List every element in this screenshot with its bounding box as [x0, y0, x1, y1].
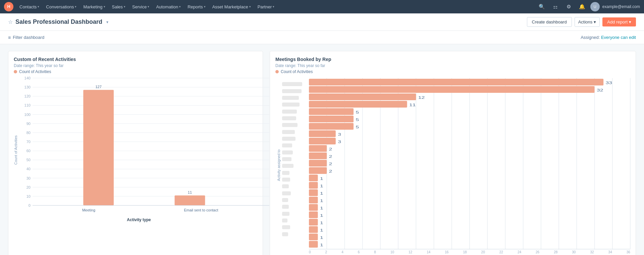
chart1-date-range: Date range: This year so far	[14, 63, 257, 68]
settings-icon[interactable]: ⚙	[564, 1, 574, 12]
svg-rect-67	[309, 123, 354, 130]
svg-text:12: 12	[418, 95, 425, 100]
svg-text:1: 1	[320, 213, 323, 217]
svg-text:2: 2	[329, 169, 332, 173]
svg-rect-95	[309, 226, 318, 233]
svg-text:3: 3	[338, 132, 341, 136]
svg-rect-99	[309, 241, 318, 248]
nav-marketing[interactable]: Marketing ▾	[80, 0, 108, 13]
nav-items: Contacts ▾ Conversations ▾ Marketing ▾ S…	[16, 0, 537, 13]
svg-text:2: 2	[329, 162, 332, 166]
svg-text:80: 80	[26, 131, 31, 135]
svg-text:3: 3	[338, 140, 341, 144]
svg-text:40: 40	[26, 167, 31, 171]
chevron-down-icon: ▾	[594, 19, 596, 24]
apps-icon[interactable]: ⚏	[550, 1, 561, 12]
svg-rect-57	[309, 86, 595, 93]
svg-rect-75	[309, 152, 327, 159]
svg-rect-77	[309, 160, 327, 167]
chart2-x-axis: 024681012141618202224262830323436	[309, 249, 630, 254]
chevron-down-icon: ▾	[148, 5, 149, 8]
notifications-icon[interactable]: 🔔	[577, 1, 588, 12]
svg-rect-71	[309, 138, 336, 144]
chevron-down-icon: ▾	[75, 5, 76, 8]
create-dashboard-button[interactable]: Create dashboard	[527, 17, 572, 27]
chart2-date-range: Date range: This year so far	[275, 63, 630, 68]
nav-automation[interactable]: Automation ▾	[153, 0, 184, 13]
svg-rect-97	[309, 234, 318, 240]
nav-partner[interactable]: Partner ▾	[254, 0, 278, 13]
svg-text:10: 10	[26, 194, 31, 198]
nav-reports[interactable]: Reports ▾	[184, 0, 209, 13]
chevron-down-icon: ▾	[249, 5, 251, 8]
svg-rect-69	[309, 130, 336, 137]
chevron-down-icon: ▾	[38, 5, 39, 8]
filter-dashboard-button[interactable]: ≡ Filter dashboard	[8, 35, 44, 40]
chevron-down-icon: ▾	[104, 5, 105, 8]
svg-text:127: 127	[95, 85, 101, 89]
nav-conversations[interactable]: Conversations ▾	[43, 0, 80, 13]
title-area: ☆ Sales Professional Dashboard ▾	[8, 18, 110, 25]
svg-text:1: 1	[320, 228, 323, 232]
svg-text:140: 140	[24, 76, 30, 80]
svg-text:0: 0	[29, 203, 31, 207]
svg-text:60: 60	[26, 149, 31, 153]
svg-rect-87	[309, 197, 318, 203]
nav-service[interactable]: Service ▾	[129, 0, 153, 13]
chart-recent-activities: Custom of Recent Activities Date range: …	[8, 51, 263, 255]
chart2-legend: Count of Activities	[275, 69, 630, 74]
nav-contacts[interactable]: Contacts ▾	[16, 0, 43, 13]
search-icon[interactable]: 🔍	[537, 1, 547, 12]
nav-right-icons: 🔍 ⚏ ⚙ 🔔 U example@email.com	[537, 1, 640, 12]
svg-rect-89	[309, 204, 318, 211]
dashboard-dropdown-button[interactable]: ▾	[105, 19, 110, 25]
main-content: Custom of Recent Activities Date range: …	[0, 44, 644, 255]
svg-rect-59	[309, 93, 416, 100]
chart1-legend: Count of Activities	[14, 69, 257, 74]
dashboard-header: ☆ Sales Professional Dashboard ▾ Create …	[0, 13, 644, 31]
chart1-bar-label-meeting: Meeting	[33, 205, 145, 215]
actions-button[interactable]: Actions ▾	[575, 17, 600, 27]
chevron-down-icon: ▾	[124, 5, 125, 8]
assigned-info: Assigned: Everyone can edit	[581, 35, 636, 40]
svg-text:5: 5	[356, 110, 359, 114]
chart-meetings-by-rep: Meetings Booked by Rep Date range: This …	[270, 51, 636, 255]
hubspot-logo[interactable]: H	[4, 2, 13, 11]
nav-asset-marketplace[interactable]: Asset Marketplace ▾	[209, 0, 254, 13]
assigned-value-link[interactable]: Everyone can edit	[601, 35, 636, 40]
legend-dot-icon	[14, 70, 17, 73]
chevron-down-icon: ▾	[629, 19, 631, 24]
top-navigation: H Contacts ▾ Conversations ▾ Marketing ▾…	[0, 0, 644, 13]
svg-text:5: 5	[356, 118, 359, 122]
page-title: Sales Professional Dashboard	[15, 18, 102, 25]
add-report-button[interactable]: Add report ▾	[602, 17, 636, 26]
svg-text:90: 90	[26, 122, 31, 126]
svg-text:2: 2	[329, 147, 332, 151]
svg-text:33: 33	[606, 81, 612, 85]
chevron-down-icon: ▾	[179, 5, 181, 8]
svg-rect-85	[309, 189, 318, 196]
svg-text:30: 30	[26, 176, 31, 180]
filter-icon: ≡	[8, 35, 11, 40]
svg-text:11: 11	[409, 103, 416, 107]
svg-text:1: 1	[320, 206, 323, 210]
svg-text:2: 2	[329, 154, 332, 158]
svg-text:11: 11	[188, 190, 192, 194]
chart1-x-labels: Meeting Email sent to contact	[20, 205, 257, 215]
svg-rect-55	[309, 79, 603, 85]
svg-text:1: 1	[320, 236, 323, 240]
svg-text:130: 130	[24, 85, 30, 89]
svg-rect-81	[309, 175, 318, 181]
avatar[interactable]: U	[590, 2, 600, 11]
favorite-star-icon[interactable]: ☆	[8, 19, 13, 25]
svg-text:120: 120	[24, 94, 30, 98]
nav-sales[interactable]: Sales ▾	[109, 0, 129, 13]
legend-dot-icon	[275, 70, 279, 73]
svg-rect-61	[309, 101, 407, 108]
chart1-y-axis-label: Count of Activities	[14, 135, 18, 165]
svg-text:32: 32	[597, 88, 603, 92]
chart1-bar-label-email: Email sent to contact	[145, 205, 257, 215]
user-email[interactable]: example@email.com	[602, 4, 640, 9]
chart1-title: Custom of Recent Activities	[14, 57, 257, 62]
svg-rect-83	[309, 182, 318, 189]
